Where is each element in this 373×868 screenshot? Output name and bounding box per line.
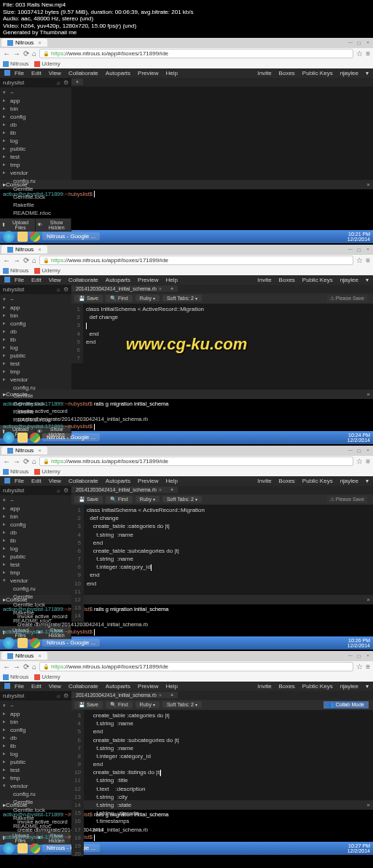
tree-folder[interactable]: test xyxy=(0,153,71,161)
tree-folder[interactable]: app xyxy=(0,97,71,105)
menu-view[interactable]: View xyxy=(49,70,61,76)
new-tab-button[interactable]: + xyxy=(166,692,178,698)
tree-folder[interactable]: vendor xyxy=(0,577,71,585)
tree-file[interactable]: Gemfile.lock xyxy=(0,601,71,609)
code-editor[interactable]: 1234567891011121314 class InitialSchema … xyxy=(71,505,373,622)
tree-folder[interactable]: public xyxy=(0,553,71,561)
start-button[interactable] xyxy=(3,637,15,649)
bookmark-udemy[interactable]: Udemy xyxy=(34,60,60,67)
forward-icon[interactable]: → xyxy=(13,663,20,671)
dropdown-icon[interactable]: ▾ xyxy=(366,683,369,690)
tree-folder[interactable]: test xyxy=(0,561,71,569)
reload-icon[interactable]: ⟳ xyxy=(23,50,29,58)
menu-view[interactable]: View xyxy=(49,478,61,484)
gear-icon[interactable]: ⚙ xyxy=(63,79,68,86)
menu-file[interactable]: File xyxy=(15,683,24,690)
back-icon[interactable]: ← xyxy=(3,50,10,58)
menu-help[interactable]: Help xyxy=(166,277,178,283)
bookmark-nitrous[interactable]: Nitrous xyxy=(3,60,28,67)
find-button[interactable]: 🔍Find xyxy=(106,496,133,503)
tree-folder[interactable]: public xyxy=(0,145,71,153)
publickeys-link[interactable]: Public Keys xyxy=(302,478,333,484)
invite-link[interactable]: Invite xyxy=(257,277,271,283)
tree-folder[interactable]: vendor xyxy=(0,782,71,790)
tree-folder[interactable]: tmp xyxy=(0,774,71,782)
chrome-icon[interactable] xyxy=(30,232,40,242)
taskbar-window[interactable]: Nitrous - Google ... xyxy=(42,433,100,441)
tree-file[interactable]: config.ru xyxy=(0,384,71,392)
star-icon[interactable]: ☆ xyxy=(356,457,363,465)
menu-view[interactable]: View xyxy=(49,683,61,690)
tree-folder[interactable]: public xyxy=(0,758,71,766)
softtabs-select[interactable]: Soft Tabs: 2 xyxy=(162,496,202,502)
bookmark-udemy[interactable]: Udemy xyxy=(34,267,60,274)
tree-folder[interactable]: bin xyxy=(0,312,71,320)
close-icon[interactable]: × xyxy=(364,448,372,454)
forward-icon[interactable]: → xyxy=(13,50,20,58)
maximize-icon[interactable]: ▢ xyxy=(356,247,363,253)
system-tray[interactable]: 10:26 PM12/2/2014 xyxy=(348,638,370,648)
menu-edit[interactable]: Edit xyxy=(31,683,42,690)
menu-preview[interactable]: Preview xyxy=(138,683,158,690)
tree-folder[interactable]: vendor xyxy=(0,376,71,384)
system-tray[interactable]: 10:24 PM12/2/2014 xyxy=(348,433,370,443)
start-button[interactable] xyxy=(3,843,15,854)
tree-folder[interactable]: log xyxy=(0,137,71,145)
tree-folder[interactable]: app xyxy=(0,304,71,312)
tree-folder[interactable]: log xyxy=(0,545,71,553)
tree-folder[interactable]: app xyxy=(0,505,71,513)
tree-folder[interactable]: test xyxy=(0,766,71,774)
home-icon[interactable]: ⌂ xyxy=(32,256,36,264)
search-icon[interactable]: ⌕ xyxy=(57,487,60,494)
tree-file[interactable]: Gemfile xyxy=(0,392,71,400)
minimize-icon[interactable]: — xyxy=(347,448,354,454)
collab-badge[interactable]: 👥 Collab Mode xyxy=(323,701,369,709)
chrome-icon[interactable] xyxy=(30,843,40,853)
menu-help[interactable]: Help xyxy=(166,683,178,690)
tree-folder[interactable]: bin xyxy=(0,105,71,113)
star-icon[interactable]: ☆ xyxy=(356,50,363,58)
gear-icon[interactable]: ⚙ xyxy=(63,286,68,293)
dropdown-icon[interactable]: ▾ xyxy=(366,478,369,484)
find-button[interactable]: 🔍Find xyxy=(106,295,133,302)
menu-collab[interactable]: Collaborate xyxy=(68,70,98,76)
tree-file[interactable]: Gemfile.lock xyxy=(0,806,71,814)
new-tab-button[interactable]: + xyxy=(71,79,83,85)
close-icon[interactable]: × xyxy=(38,39,42,46)
taskbar-window[interactable]: Nitrous - Google ... xyxy=(42,639,100,647)
tree-folder[interactable]: tmp xyxy=(0,161,71,169)
tree-folder[interactable]: bin xyxy=(0,513,71,521)
close-icon[interactable]: × xyxy=(364,40,372,46)
user-link[interactable]: njaylee xyxy=(340,683,358,690)
menu-collab[interactable]: Collaborate xyxy=(68,683,98,690)
maximize-icon[interactable]: ▢ xyxy=(356,40,363,46)
url-input[interactable]: 🔒https://www.nitrous.io/app#/boxes/17189… xyxy=(39,662,353,671)
minimize-icon[interactable]: — xyxy=(347,40,354,46)
minimize-icon[interactable]: — xyxy=(347,653,354,659)
tree-file[interactable]: Rakefile xyxy=(0,408,71,416)
menu-file[interactable]: File xyxy=(15,70,24,76)
tree-file[interactable]: README.rdoc xyxy=(0,209,71,217)
menu-icon[interactable]: ≡ xyxy=(366,50,370,58)
menu-help[interactable]: Help xyxy=(166,70,178,76)
bookmark-nitrous[interactable]: Nitrous xyxy=(3,468,28,475)
tree-file[interactable]: Rakefile xyxy=(0,814,71,822)
taskbar-window[interactable]: Nitrous - Google ... xyxy=(42,232,100,240)
tree-folder[interactable]: lib xyxy=(0,742,71,750)
search-icon[interactable]: ⌕ xyxy=(57,79,60,86)
menu-autoparts[interactable]: Autoparts xyxy=(106,478,130,484)
tree-folder[interactable]: log xyxy=(0,750,71,758)
tree-folder[interactable]: db xyxy=(0,121,71,129)
tree-folder[interactable]: lib xyxy=(0,537,71,545)
tree-file[interactable]: config.ru xyxy=(0,177,71,185)
start-button[interactable] xyxy=(3,231,15,242)
star-icon[interactable]: ☆ xyxy=(356,256,363,264)
bookmark-nitrous[interactable]: Nitrous xyxy=(3,674,28,680)
close-icon[interactable]: × xyxy=(159,693,162,698)
tree-folder[interactable]: config xyxy=(0,521,71,529)
search-icon[interactable]: ⌕ xyxy=(57,286,60,293)
close-icon[interactable]: × xyxy=(159,286,162,291)
file-tab[interactable]: 20141203042414_initial_schema.rb× xyxy=(71,692,166,698)
reload-icon[interactable]: ⟳ xyxy=(23,256,29,264)
tree-folder[interactable]: config xyxy=(0,113,71,121)
